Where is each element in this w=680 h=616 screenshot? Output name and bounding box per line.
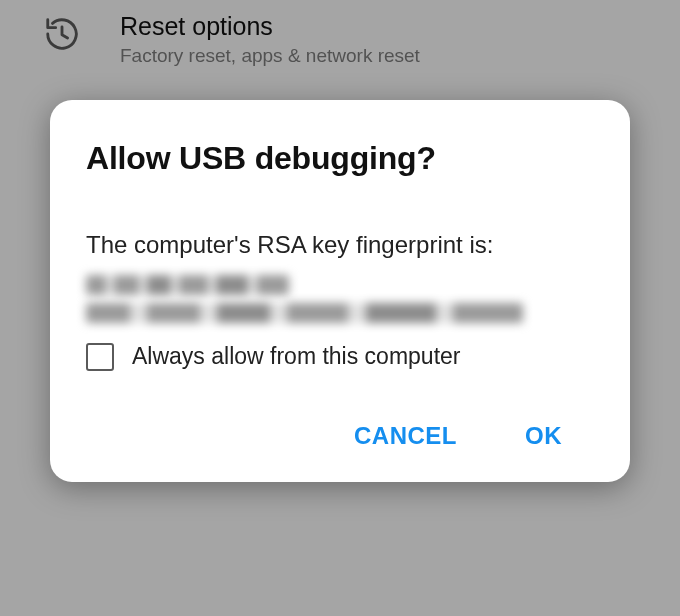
dialog-actions: CANCEL OK bbox=[86, 416, 594, 462]
always-allow-checkbox-row[interactable]: Always allow from this computer bbox=[86, 341, 594, 372]
always-allow-label: Always allow from this computer bbox=[132, 341, 461, 372]
rsa-fingerprint-redacted bbox=[86, 275, 594, 323]
dialog-message: The computer's RSA key fingerprint is: bbox=[86, 229, 594, 261]
checkbox-icon[interactable] bbox=[86, 343, 114, 371]
usb-debugging-dialog: Allow USB debugging? The computer's RSA … bbox=[50, 100, 630, 482]
ok-button[interactable]: OK bbox=[521, 416, 566, 456]
dialog-title: Allow USB debugging? bbox=[86, 140, 594, 177]
cancel-button[interactable]: CANCEL bbox=[350, 416, 461, 456]
